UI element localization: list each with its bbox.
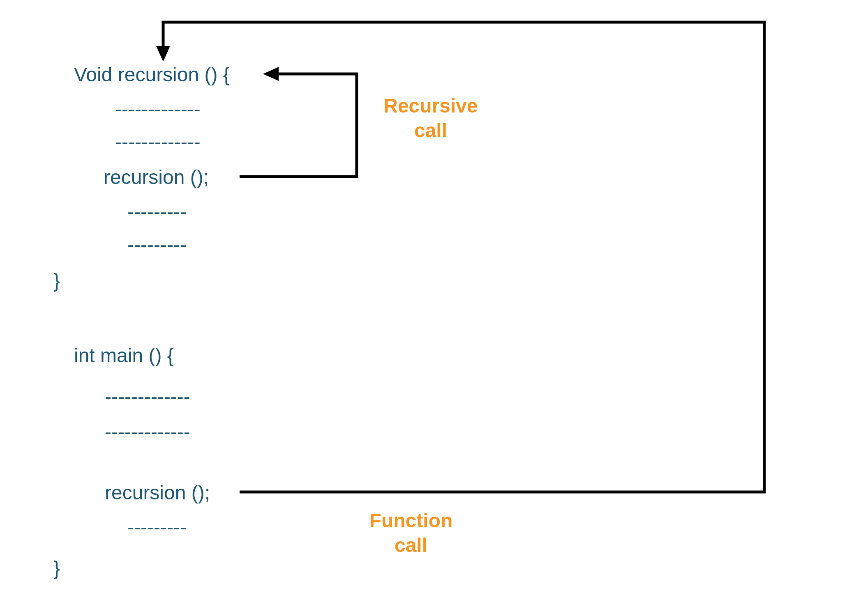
- int-main-call: recursion ();: [105, 483, 210, 503]
- int-main-decl: int main () {: [74, 346, 174, 365]
- function-call-label: Function call: [358, 508, 464, 558]
- void-recursion-decl: Void recursion () {: [74, 65, 230, 85]
- int-main-dash-3: ---------: [127, 517, 187, 537]
- void-recursion-dash-4: ---------: [127, 235, 187, 255]
- function-call-arrow: [163, 22, 764, 492]
- function-call-label-line2: call: [395, 534, 427, 556]
- recursive-call-label-line2: call: [414, 120, 447, 141]
- void-recursion-dash-2: -------------: [115, 132, 201, 152]
- function-call-arrow-head: [156, 46, 170, 62]
- function-call-label-line1: Function: [369, 510, 453, 531]
- int-main-dash-1: -------------: [105, 387, 190, 407]
- void-recursion-dash-3: ---------: [127, 202, 187, 222]
- recursive-call-label-line1: Recursive: [383, 95, 478, 117]
- void-recursion-close: }: [53, 271, 60, 291]
- diagram-stage: Void recursion () { ------------- ------…: [0, 0, 863, 616]
- recursive-call-arrow: [240, 74, 357, 177]
- void-recursion-call: recursion ();: [104, 168, 209, 187]
- int-main-close: }: [53, 559, 60, 578]
- void-recursion-dash-1: -------------: [115, 99, 201, 119]
- int-main-dash-2: -------------: [105, 422, 190, 442]
- recursive-call-label: Recursive call: [377, 94, 484, 143]
- recursive-call-arrow-head: [263, 67, 279, 81]
